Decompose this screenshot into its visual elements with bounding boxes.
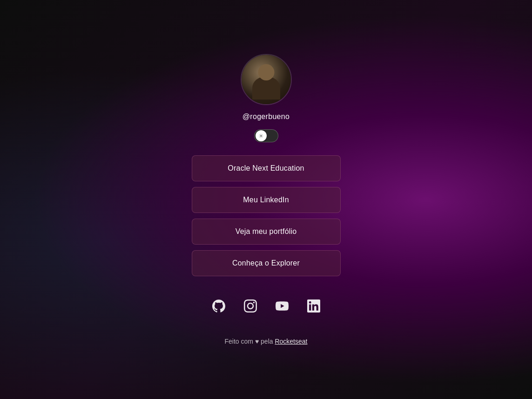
social-icons-container — [211, 299, 321, 313]
theme-toggle[interactable]: ☀ — [254, 129, 278, 142]
instagram-icon[interactable] — [243, 299, 258, 313]
linkedin-social-icon[interactable] — [306, 299, 321, 313]
footer: Feito com ♥ pela Rocketseat — [225, 338, 308, 345]
portfolio-link-button[interactable]: Veja meu portfólio — [192, 219, 341, 245]
avatar-image — [242, 55, 291, 104]
toggle-knob: ☀ — [256, 130, 267, 141]
rocketseat-link[interactable]: Rocketseat — [275, 338, 307, 345]
oracle-link-button[interactable]: Oracle Next Education — [192, 155, 341, 181]
explorer-link-button[interactable]: Conheça o Explorer — [192, 250, 341, 276]
footer-text-middle: pela — [259, 338, 275, 345]
linkedin-link-button[interactable]: Meu LinkedIn — [192, 187, 341, 213]
links-container: Oracle Next Education Meu LinkedIn Veja … — [192, 155, 341, 276]
youtube-icon[interactable] — [275, 299, 290, 313]
github-icon[interactable] — [211, 299, 226, 313]
username: @rogerbueno — [242, 113, 290, 121]
sun-icon: ☀ — [258, 133, 264, 139]
footer-heart: ♥ — [255, 338, 259, 345]
main-container: @rogerbueno ☀ Oracle Next Education Meu … — [192, 54, 341, 345]
theme-toggle-container[interactable]: ☀ — [254, 129, 278, 142]
footer-text-prefix: Feito com — [225, 338, 255, 345]
avatar — [241, 54, 292, 105]
